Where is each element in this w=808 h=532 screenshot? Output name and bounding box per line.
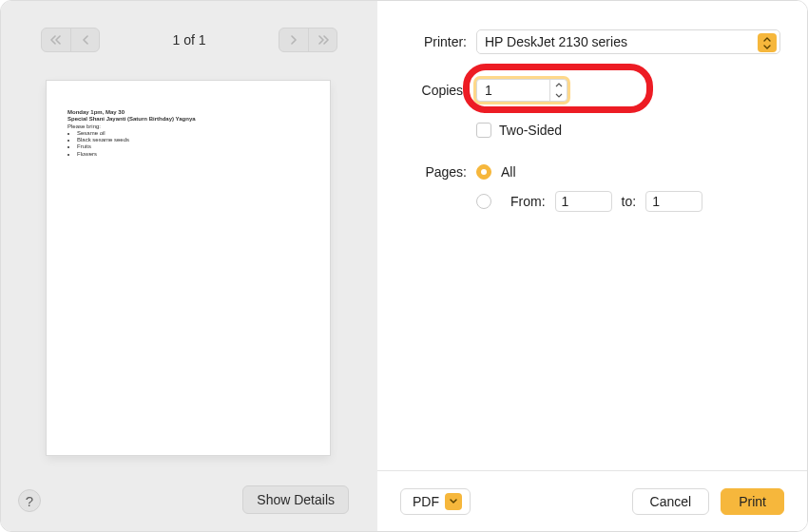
chevron-down-icon (445, 493, 462, 510)
preview-pane: 1 of 1 Monday 1pm, May 30 Special Shani … (1, 1, 377, 531)
printer-label: Printer: (377, 34, 467, 49)
pages-all-label: All (501, 164, 516, 180)
stepper-down-icon (555, 90, 563, 101)
preview-subheading: Please bring: (67, 124, 309, 129)
next-page-button[interactable] (279, 28, 308, 51)
pages-from-field[interactable]: 1 (555, 191, 612, 212)
pages-to-field[interactable]: 1 (645, 191, 702, 212)
print-button[interactable]: Print (721, 488, 784, 515)
dialog-footer: PDF Cancel Print (377, 470, 807, 531)
copies-value: 1 (485, 83, 492, 98)
last-page-button[interactable] (308, 28, 337, 51)
pages-from-label: From: (510, 194, 546, 209)
pages-label: Pages: (377, 164, 467, 180)
printer-value: HP DeskJet 2130 series (485, 34, 627, 49)
chevron-updown-icon (758, 33, 777, 52)
preview-heading-2: Special Shani Jayanti (Saturn Birthday) … (67, 116, 309, 122)
two-sided-label: Two-Sided (499, 123, 562, 138)
preview-list-item: Fruits (77, 143, 309, 150)
preview-list-item: Sesame oil (77, 130, 309, 137)
page-indicator: 1 of 1 (172, 32, 205, 48)
preview-list-item: Black sesame seeds (77, 137, 309, 143)
printer-select[interactable]: HP DeskJet 2130 series (476, 29, 780, 54)
show-details-button[interactable]: Show Details (242, 485, 349, 514)
prev-page-group (41, 28, 100, 52)
cancel-button[interactable]: Cancel (632, 488, 710, 515)
pages-all-radio[interactable] (476, 164, 491, 180)
first-page-button[interactable] (42, 28, 70, 51)
settings-pane: Printer: HP DeskJet 2130 series Copies: … (377, 1, 807, 531)
pages-range-radio[interactable] (476, 194, 491, 209)
page-preview: Monday 1pm, May 30 Special Shani Jayanti… (47, 81, 330, 455)
copies-label: Copies: (377, 83, 467, 98)
help-icon: ? (26, 493, 33, 509)
preview-list-item: Flowers (77, 151, 309, 158)
print-dialog: 1 of 1 Monday 1pm, May 30 Special Shani … (0, 0, 808, 532)
prev-page-button[interactable] (70, 28, 99, 51)
stepper-up-icon (555, 80, 563, 90)
preview-heading-1: Monday 1pm, May 30 (67, 109, 309, 115)
copies-field[interactable]: 1 (476, 79, 568, 102)
pdf-menu-button[interactable]: PDF (400, 488, 471, 515)
copies-stepper[interactable] (549, 80, 567, 101)
help-button[interactable]: ? (18, 489, 41, 512)
next-page-group (279, 28, 337, 52)
two-sided-checkbox[interactable] (476, 123, 491, 138)
pages-to-label: to: (622, 194, 637, 209)
